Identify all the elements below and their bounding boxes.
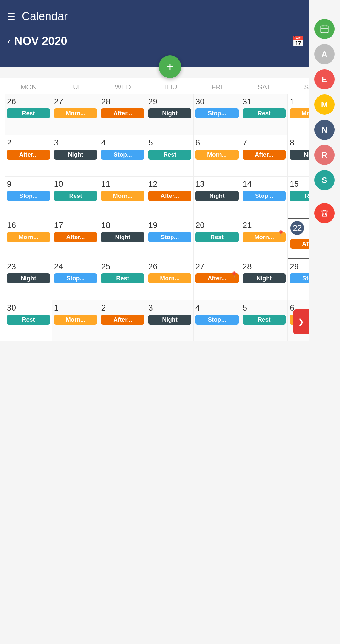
- expand-icon[interactable]: ❯: [293, 309, 309, 334]
- sidebar-calendar-icon[interactable]: [314, 19, 335, 39]
- day-cell[interactable]: 29Night: [146, 94, 194, 135]
- day-cell[interactable]: 3Night: [52, 135, 99, 176]
- day-cell[interactable]: 16Morn...: [5, 218, 52, 259]
- shift-badge: Morn...: [7, 232, 50, 242]
- day-cell[interactable]: 31Rest: [241, 94, 288, 135]
- sidebar: A E M N R S: [309, 0, 340, 644]
- day-number: 2: [7, 138, 50, 148]
- weekday-sat: SAT: [241, 83, 288, 91]
- day-number: 17: [54, 220, 97, 230]
- weekday-header-row: MON TUE WED THU FRI SAT SUN: [5, 78, 335, 94]
- shift-badge: Rest: [101, 273, 144, 283]
- day-number: 23: [7, 262, 50, 271]
- day-cell[interactable]: 18Night: [99, 218, 146, 259]
- day-cell[interactable]: 26Rest: [5, 94, 52, 135]
- day-number: 19: [148, 220, 191, 230]
- day-number: 28: [101, 97, 144, 106]
- day-number: 25: [101, 262, 144, 271]
- today-day-number: 22: [290, 221, 304, 235]
- sidebar-avatar-s[interactable]: S: [314, 170, 335, 190]
- pin-icon: 📍: [230, 271, 238, 279]
- week-row-4: 16Morn... 17After... 18Night 19Stop... 2…: [5, 218, 335, 259]
- shift-badge: After...: [243, 150, 286, 160]
- add-event-fab[interactable]: +: [159, 55, 181, 78]
- delete-button[interactable]: [314, 203, 335, 223]
- day-cell[interactable]: 23Night: [5, 259, 52, 300]
- day-cell[interactable]: 4Stop...: [99, 135, 146, 176]
- shift-badge: Morn...: [148, 273, 191, 283]
- day-cell[interactable]: 1Morn...: [52, 300, 99, 341]
- day-number: 6: [196, 138, 239, 148]
- day-cell[interactable]: 2After...: [5, 135, 52, 176]
- sidebar-avatar-m[interactable]: M: [314, 94, 335, 115]
- day-cell[interactable]: 7After...: [241, 135, 288, 176]
- day-number: 26: [7, 97, 50, 106]
- shift-badge: Stop...: [7, 191, 50, 201]
- day-cell[interactable]: 12After...: [146, 177, 194, 218]
- day-cell[interactable]: 5Rest: [241, 300, 288, 341]
- day-cell[interactable]: 30Stop...: [194, 94, 241, 135]
- expand-sidebar-button[interactable]: ❯: [293, 309, 309, 334]
- day-cell[interactable]: 26Morn...: [146, 259, 194, 300]
- day-number: 4: [101, 138, 144, 148]
- app-title: Calendar: [22, 10, 312, 23]
- sidebar-avatar-e[interactable]: E: [314, 69, 335, 89]
- hamburger-icon[interactable]: ☰: [8, 11, 15, 22]
- day-number: 5: [148, 138, 191, 148]
- day-cell[interactable]: 27Morn...: [52, 94, 99, 135]
- day-cell[interactable]: 4Stop...: [194, 300, 241, 341]
- week-row-6: 30Rest 1Morn... 2After... 3Night 4Stop..…: [5, 300, 335, 341]
- day-cell[interactable]: 2After...: [99, 300, 146, 341]
- shift-badge: Rest: [148, 150, 191, 160]
- weekday-thu: THU: [146, 83, 194, 91]
- sidebar-avatar-a[interactable]: A: [314, 44, 335, 64]
- shift-badge: Morn...: [54, 315, 97, 325]
- day-cell[interactable]: 13Night: [194, 177, 241, 218]
- day-cell[interactable]: 17After...: [52, 218, 99, 259]
- day-number: 13: [196, 179, 239, 189]
- day-cell[interactable]: 25Rest: [99, 259, 146, 300]
- shift-badge: After...: [148, 191, 191, 201]
- shift-badge: Stop...: [101, 150, 144, 160]
- day-view-icon[interactable]: 📅: [292, 35, 304, 47]
- shift-badge: Night: [243, 273, 286, 283]
- day-cell[interactable]: 14Stop...: [241, 177, 288, 218]
- sidebar-avatar-r[interactable]: R: [314, 145, 335, 165]
- day-cell[interactable]: 5Rest: [146, 135, 194, 176]
- day-cell-27[interactable]: 27 After... 📍: [194, 259, 241, 300]
- shift-badge: Stop...: [196, 315, 239, 325]
- day-cell[interactable]: 28Night: [241, 259, 288, 300]
- day-cell[interactable]: 20Rest: [194, 218, 241, 259]
- day-number: 5: [243, 303, 286, 313]
- day-cell[interactable]: 9Stop...: [5, 177, 52, 218]
- day-cell[interactable]: 24Stop...: [52, 259, 99, 300]
- shift-badge: Night: [54, 150, 97, 160]
- day-cell[interactable]: 3Night: [146, 300, 194, 341]
- shift-badge: Morn...: [196, 150, 239, 160]
- month-label: NOV 2020: [14, 35, 67, 48]
- day-cell[interactable]: 6Morn...: [194, 135, 241, 176]
- shift-badge: Stop...: [243, 191, 286, 201]
- day-cell[interactable]: 28After...: [99, 94, 146, 135]
- day-cell-21[interactable]: 21 Morn... 📍: [241, 218, 288, 259]
- shift-badge: Night: [148, 315, 191, 325]
- day-cell[interactable]: 10Rest: [52, 177, 99, 218]
- day-number: 29: [148, 97, 191, 106]
- shift-badge: Night: [7, 273, 50, 283]
- shift-badge: Stop...: [148, 232, 191, 242]
- week-row-2: 2After... 3Night 4Stop... 5Rest 6Morn...…: [5, 135, 335, 176]
- day-cell[interactable]: 19Stop...: [146, 218, 194, 259]
- weekday-wed: WED: [99, 83, 146, 91]
- shift-badge: Stop...: [54, 273, 97, 283]
- pin-icon: 📍: [277, 230, 285, 237]
- day-number: 7: [243, 138, 286, 148]
- day-number: 26: [148, 262, 191, 271]
- day-number: 9: [7, 179, 50, 189]
- day-cell[interactable]: 30Rest: [5, 300, 52, 341]
- sidebar-avatar-n[interactable]: N: [314, 120, 335, 140]
- day-number: 3: [148, 303, 191, 313]
- day-cell[interactable]: 11Morn...: [99, 177, 146, 218]
- day-number: 27: [196, 262, 239, 271]
- day-number: 30: [7, 303, 50, 313]
- prev-month-button[interactable]: ‹: [8, 36, 10, 46]
